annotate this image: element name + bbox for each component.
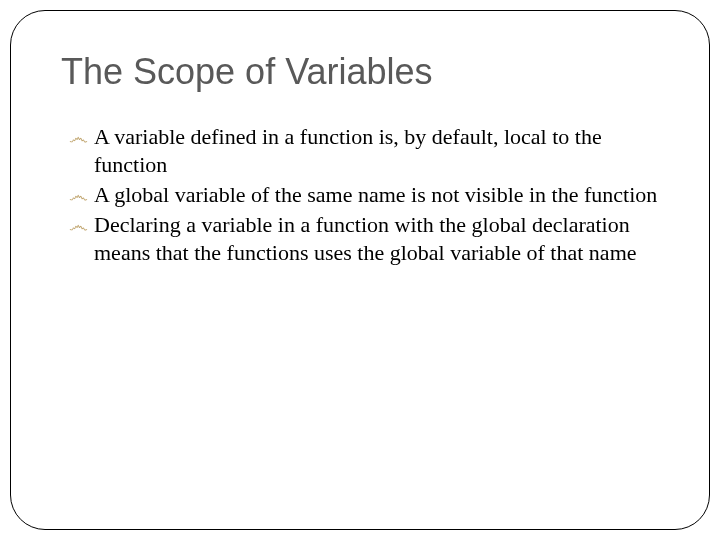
bullet-icon: ෴ <box>69 123 88 151</box>
bullet-icon: ෴ <box>69 181 88 209</box>
slide-title: The Scope of Variables <box>61 51 659 93</box>
bullet-icon: ෴ <box>69 211 88 239</box>
bullet-text: A variable defined in a function is, by … <box>94 123 659 179</box>
bullet-item: ෴ A variable defined in a function is, b… <box>69 123 659 179</box>
bullet-item: ෴ A global variable of the same name is … <box>69 181 659 209</box>
slide-body: ෴ A variable defined in a function is, b… <box>61 123 659 267</box>
bullet-item: ෴ Declaring a variable in a function wit… <box>69 211 659 267</box>
bullet-text: Declaring a variable in a function with … <box>94 211 659 267</box>
bullet-text: A global variable of the same name is no… <box>94 181 657 209</box>
slide-frame: The Scope of Variables ෴ A variable defi… <box>10 10 710 530</box>
